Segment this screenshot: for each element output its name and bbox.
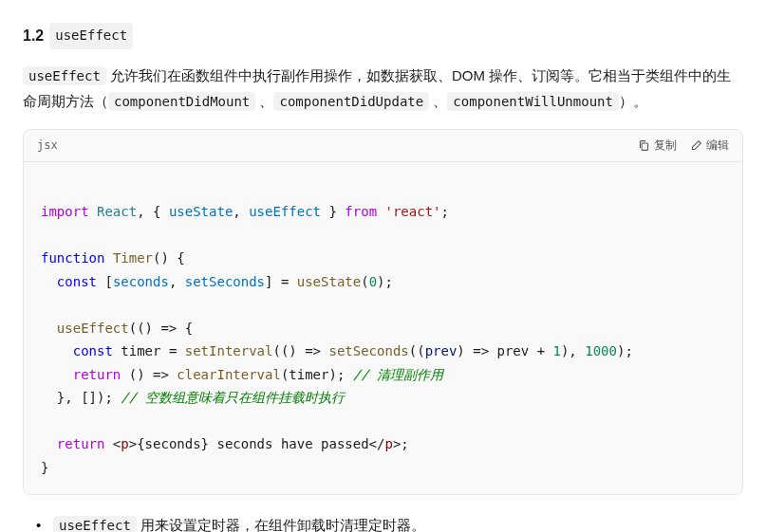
code-token: useEffect bbox=[249, 204, 321, 219]
code-token: clearInterval bbox=[177, 367, 281, 382]
code-token: prev bbox=[425, 343, 458, 358]
code-token: Timer bbox=[113, 250, 153, 266]
edit-label: 编辑 bbox=[706, 136, 729, 155]
section-heading: 1.2 useEffect bbox=[23, 23, 743, 49]
code-token: p bbox=[384, 436, 392, 451]
code-token: setSeconds bbox=[185, 274, 265, 289]
intro-code-1: useEffect bbox=[23, 66, 106, 85]
code-token: return bbox=[57, 436, 105, 451]
code-token: >{seconds} seconds have passed</ bbox=[129, 436, 385, 451]
code-token: 0 bbox=[369, 274, 377, 289]
intro-text-2: ）。 bbox=[619, 93, 647, 109]
code-token: useState bbox=[297, 274, 361, 289]
code-token: function bbox=[41, 250, 104, 266]
code-header: jsx 复制 编辑 bbox=[24, 130, 742, 161]
code-token: }, []); bbox=[41, 390, 121, 405]
intro-paragraph: useEffect 允许我们在函数组件中执行副作用操作，如数据获取、DOM 操作… bbox=[23, 63, 743, 114]
code-token: [ bbox=[97, 274, 113, 289]
code-actions: 复制 编辑 bbox=[638, 136, 729, 155]
code-token: const bbox=[73, 343, 113, 358]
code-token: (( bbox=[409, 343, 425, 358]
bullet-text: 用来设置定时器，在组件卸载时清理定时器。 bbox=[137, 517, 425, 532]
code-token: // 空数组意味着只在组件挂载时执行 bbox=[121, 390, 344, 405]
edit-button[interactable]: 编辑 bbox=[690, 136, 729, 155]
code-token: ) => prev + bbox=[457, 343, 552, 358]
svg-rect-0 bbox=[642, 143, 648, 150]
intro-code-4: componentWillUnmount bbox=[447, 92, 619, 111]
code-token: < bbox=[104, 436, 121, 451]
code-token: () { bbox=[153, 250, 185, 266]
bullet-list: useEffect 用来设置定时器，在组件卸载时清理定时器。 空数组 [] 作为… bbox=[23, 512, 743, 532]
code-token: , bbox=[233, 204, 249, 219]
code-token: , bbox=[169, 274, 185, 289]
code-token: (() => bbox=[272, 343, 328, 358]
heading-code: useEffect bbox=[49, 23, 133, 49]
code-token: ); bbox=[377, 274, 393, 289]
code-token: seconds bbox=[113, 274, 169, 289]
code-token: const bbox=[57, 274, 97, 289]
code-token: (timer); bbox=[281, 367, 353, 382]
code-token: 1000 bbox=[585, 343, 617, 358]
code-token: from bbox=[345, 204, 377, 219]
intro-sep-2: 、 bbox=[429, 93, 447, 109]
code-token: p bbox=[121, 436, 128, 451]
code-token: timer = bbox=[113, 343, 185, 358]
code-token: , { bbox=[137, 204, 169, 219]
code-body[interactable]: import React, { useState, useEffect } fr… bbox=[24, 162, 742, 495]
code-token: ); bbox=[617, 343, 633, 358]
code-token: ] = bbox=[265, 274, 297, 289]
code-token: 'react' bbox=[385, 204, 441, 219]
code-block: jsx 复制 编辑 import React, { useState, useE… bbox=[23, 129, 743, 495]
code-token: // 清理副作用 bbox=[353, 367, 443, 382]
code-token: useState bbox=[169, 204, 233, 219]
code-token: ), bbox=[561, 343, 585, 358]
code-token: setInterval bbox=[185, 343, 273, 358]
bullet-code: useEffect bbox=[53, 516, 137, 532]
intro-code-3: componentDidUpdate bbox=[273, 92, 429, 111]
code-token: ( bbox=[361, 274, 368, 289]
code-token: return bbox=[73, 367, 121, 382]
copy-button[interactable]: 复制 bbox=[638, 136, 677, 155]
intro-sep-1: 、 bbox=[255, 93, 273, 109]
code-token: 1 bbox=[553, 343, 561, 358]
heading-number: 1.2 bbox=[23, 23, 44, 48]
code-token: React bbox=[97, 204, 137, 219]
code-token: } bbox=[321, 204, 345, 219]
code-token: import bbox=[41, 204, 89, 219]
edit-icon bbox=[690, 139, 702, 152]
code-token: } bbox=[41, 460, 48, 475]
code-token: useEffect bbox=[57, 321, 129, 336]
copy-icon bbox=[638, 139, 650, 152]
code-token: ; bbox=[441, 204, 449, 219]
code-token: (() => { bbox=[129, 321, 193, 336]
code-language-label: jsx bbox=[37, 136, 58, 155]
intro-code-2: componentDidMount bbox=[108, 92, 255, 111]
code-token: () => bbox=[121, 367, 177, 382]
code-token: setSeconds bbox=[328, 343, 408, 358]
copy-label: 复制 bbox=[654, 136, 677, 155]
code-token: >; bbox=[393, 436, 409, 451]
list-item: useEffect 用来设置定时器，在组件卸载时清理定时器。 bbox=[30, 512, 743, 532]
